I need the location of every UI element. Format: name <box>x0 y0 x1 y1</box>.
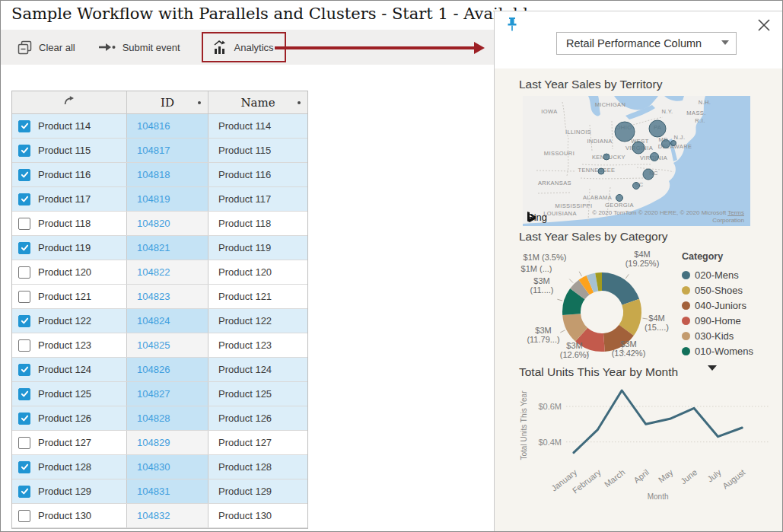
select-cell[interactable]: Product 128 <box>12 455 126 479</box>
table-row[interactable]: Product 128104830Product 128 <box>12 455 307 479</box>
id-cell[interactable]: 104824 <box>126 309 208 333</box>
select-cell[interactable]: Product 125 <box>12 382 126 406</box>
id-cell[interactable]: 104816 <box>126 114 208 138</box>
id-cell[interactable]: 104823 <box>126 285 208 308</box>
select-cell[interactable]: Product 115 <box>12 139 126 162</box>
name-cell[interactable]: Product 120 <box>208 260 307 284</box>
name-cell[interactable]: Product 121 <box>208 285 307 308</box>
id-cell[interactable]: 104825 <box>126 333 208 357</box>
name-cell[interactable]: Product 116 <box>208 163 307 186</box>
territory-bubble[interactable] <box>633 183 640 190</box>
select-cell[interactable]: Product 117 <box>12 187 126 211</box>
table-row[interactable]: Product 119104821Product 119 <box>12 236 307 260</box>
legend-item[interactable]: 030-Kids <box>682 328 782 343</box>
legend-item[interactable]: 020-Mens <box>682 267 782 282</box>
territory-bubble[interactable] <box>662 140 670 148</box>
table-row[interactable]: Product 120104822Product 120 <box>12 260 307 285</box>
legend-item[interactable]: 040-Juniors <box>682 298 782 313</box>
name-cell[interactable]: Product 125 <box>208 382 307 406</box>
table-row[interactable]: Product 126104828Product 126 <box>12 406 307 431</box>
territory-map[interactable]: IOWAMICHIGANN.Y.N.H.MASS.R.I.ILLINOISOHI… <box>523 96 750 226</box>
id-cell[interactable]: 104829 <box>126 431 208 454</box>
id-cell[interactable]: 104822 <box>126 260 208 284</box>
row-checkbox[interactable] <box>18 510 30 522</box>
select-cell[interactable]: Product 124 <box>12 358 126 381</box>
row-checkbox[interactable] <box>18 364 30 376</box>
select-column-header[interactable] <box>12 91 126 113</box>
legend-item[interactable]: 090-Home <box>682 313 782 328</box>
row-checkbox[interactable] <box>18 486 30 498</box>
row-checkbox[interactable] <box>18 315 30 327</box>
name-cell[interactable]: Product 129 <box>208 479 307 503</box>
table-row[interactable]: Product 118104820Product 118 <box>12 212 307 236</box>
select-cell[interactable]: Product 122 <box>12 309 126 333</box>
select-cell[interactable]: Product 120 <box>12 260 126 284</box>
name-cell[interactable]: Product 114 <box>208 114 307 138</box>
table-row[interactable]: Product 130104832Product 130 <box>12 504 307 528</box>
territory-bubble[interactable] <box>643 169 654 180</box>
row-checkbox[interactable] <box>18 242 30 254</box>
table-row[interactable]: Product 121104823Product 121 <box>12 285 307 309</box>
territory-bubble[interactable] <box>632 142 645 154</box>
select-cell[interactable]: Product 126 <box>12 406 126 430</box>
select-cell[interactable]: Product 114 <box>12 114 126 138</box>
territory-bubble[interactable] <box>615 122 635 142</box>
row-checkbox[interactable] <box>18 291 30 303</box>
row-checkbox[interactable] <box>18 461 30 473</box>
line-series[interactable] <box>574 390 742 453</box>
territory-bubble[interactable] <box>671 141 676 146</box>
table-row[interactable]: Product 129104831Product 129 <box>12 479 307 504</box>
territory-bubble[interactable] <box>598 168 604 174</box>
select-cell[interactable]: Product 127 <box>12 431 126 454</box>
analytics-button[interactable]: Analytics <box>211 37 275 58</box>
select-cell[interactable]: Product 129 <box>12 479 126 503</box>
donut-segment[interactable] <box>602 272 639 305</box>
id-cell[interactable]: 104832 <box>126 504 208 527</box>
row-checkbox[interactable] <box>18 339 30 352</box>
row-checkbox[interactable] <box>18 388 30 400</box>
table-row[interactable]: Product 124104826Product 124 <box>12 358 307 382</box>
select-cell[interactable]: Product 118 <box>12 212 126 235</box>
name-cell[interactable]: Product 115 <box>208 139 307 162</box>
id-cell[interactable]: 104818 <box>126 163 208 186</box>
close-icon[interactable] <box>756 18 772 33</box>
name-cell[interactable]: Product 124 <box>208 358 307 381</box>
terms-link[interactable]: Terms <box>727 209 744 216</box>
table-row[interactable]: Product 116104818Product 116 <box>12 163 307 187</box>
id-cell[interactable]: 104819 <box>126 187 208 211</box>
name-cell[interactable]: Product 117 <box>208 187 307 211</box>
name-cell[interactable]: Product 123 <box>208 333 307 357</box>
row-checkbox[interactable] <box>18 266 30 279</box>
name-cell[interactable]: Product 127 <box>208 431 307 454</box>
pin-icon[interactable] <box>505 17 519 35</box>
id-cell[interactable]: 104821 <box>126 236 208 260</box>
row-checkbox[interactable] <box>18 169 30 181</box>
id-cell[interactable]: 104817 <box>126 139 208 162</box>
legend-item[interactable]: 050-Shoes <box>682 282 782 298</box>
select-cell[interactable]: Product 123 <box>12 333 126 357</box>
name-cell[interactable]: Product 130 <box>208 504 307 527</box>
table-row[interactable]: Product 117104819Product 117 <box>12 187 307 212</box>
name-cell[interactable]: Product 119 <box>208 236 307 260</box>
table-row[interactable]: Product 125104827Product 125 <box>12 382 307 406</box>
row-checkbox[interactable] <box>18 193 30 205</box>
select-cell[interactable]: Product 121 <box>12 285 126 308</box>
legend-expand-icon[interactable] <box>708 365 717 371</box>
name-cell[interactable]: Product 118 <box>208 212 307 235</box>
legend-item[interactable]: 010-Womens <box>682 343 782 358</box>
clear-all-button[interactable]: Clear all <box>16 37 77 58</box>
select-cell[interactable]: Product 116 <box>12 163 126 186</box>
table-row[interactable]: Product 122104824Product 122 <box>12 309 307 333</box>
table-row[interactable]: Product 115104817Product 115 <box>12 139 307 163</box>
id-cell[interactable]: 104826 <box>126 358 208 381</box>
id-cell[interactable]: 104820 <box>126 212 208 235</box>
row-checkbox[interactable] <box>18 145 30 157</box>
table-row[interactable]: Product 114104816Product 114 <box>12 114 307 139</box>
row-checkbox[interactable] <box>18 120 30 132</box>
name-column-header[interactable]: Name <box>208 91 307 113</box>
name-cell[interactable]: Product 128 <box>208 455 307 479</box>
id-cell[interactable]: 104830 <box>126 455 208 479</box>
id-cell[interactable]: 104831 <box>126 479 208 503</box>
submit-event-button[interactable]: Submit event <box>97 39 182 56</box>
name-cell[interactable]: Product 126 <box>208 406 307 430</box>
